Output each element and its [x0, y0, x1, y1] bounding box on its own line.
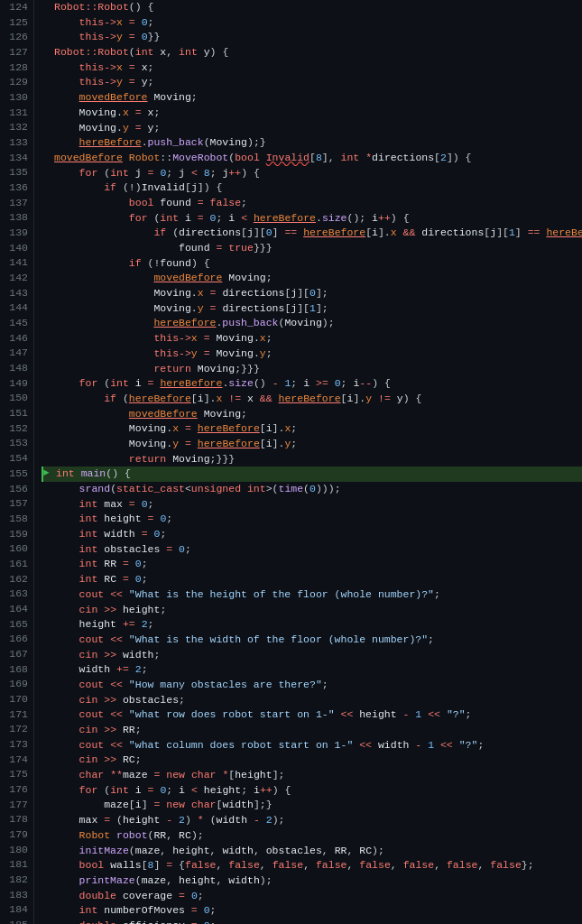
code-line: double efficiency = 0; [42, 919, 582, 924]
breakpoint-arrow [42, 873, 54, 888]
code-text: initMaze(maze, height, width, obstacles,… [54, 844, 582, 859]
code-text: this->y = y; [54, 75, 582, 90]
line-number: 163 [0, 587, 28, 602]
line-number: 156 [0, 482, 28, 497]
breakpoint-arrow [42, 603, 54, 617]
code-line: movedBefore Moving; [42, 407, 582, 422]
breakpoint-arrow [42, 30, 54, 44]
code-line: Robot::Robot(int x, int y) { [42, 45, 582, 60]
breakpoint-arrow [42, 121, 54, 135]
breakpoint-arrow [42, 798, 54, 812]
code-text: double efficiency = 0; [54, 919, 582, 924]
code-line: int height = 0; [42, 512, 582, 527]
code-line: Moving.x = directions[j][0]; [42, 286, 582, 301]
breakpoint-arrow [42, 858, 54, 873]
code-line: int RC = 0; [42, 572, 582, 587]
line-number: 145 [0, 316, 28, 331]
code-text: srand(static_cast<unsigned int>(time(0))… [54, 482, 582, 497]
breakpoint-arrow [42, 421, 54, 436]
breakpoint-arrow [42, 316, 54, 330]
code-line: for (int i = 0; i < height; i++) { [42, 783, 582, 799]
code-line: this->x = Moving.x; [42, 331, 582, 346]
code-line: this->y = y; [42, 75, 582, 90]
line-number: 165 [0, 617, 28, 633]
breakpoint-arrow [42, 633, 54, 647]
breakpoint-arrow [42, 903, 54, 918]
code-text: this->x = 0; [54, 15, 582, 31]
line-number: 134 [0, 151, 28, 166]
code-line: return Moving;}}} [42, 362, 582, 377]
line-number: 166 [0, 632, 28, 647]
line-number: 130 [0, 90, 28, 106]
line-number: 172 [0, 722, 28, 737]
breakpoint-arrow [42, 557, 54, 571]
line-number: 182 [0, 873, 28, 888]
breakpoint-arrow [42, 738, 54, 753]
line-number: 164 [0, 602, 28, 617]
code-text: for (int i = 0; i < height; i++) { [54, 783, 582, 799]
line-number: 171 [0, 707, 28, 723]
breakpoint-arrow [42, 542, 54, 557]
breakpoint-arrow [42, 226, 54, 240]
line-number: 169 [0, 677, 28, 692]
breakpoint-arrow [42, 587, 54, 602]
code-line: Moving.y = directions[j][1]; [42, 301, 582, 317]
breakpoint-arrow [42, 346, 54, 361]
line-number: 173 [0, 737, 28, 753]
code-line: srand(static_cast<unsigned int>(time(0))… [42, 482, 582, 497]
code-text: cin >> obstacles; [54, 693, 582, 708]
code-text: cout << "What is the height of the floor… [54, 587, 582, 603]
breakpoint-arrow [42, 241, 54, 255]
code-line: Moving.x = x; [42, 106, 582, 121]
code-line: int numberOfMoves = 0; [42, 903, 582, 919]
line-number: 143 [0, 286, 28, 301]
code-text: if (directions[j][0] == hereBefore[i].x … [54, 226, 582, 241]
code-text: Robot::Robot(int x, int y) { [54, 45, 582, 60]
code-text: movedBefore Moving; [54, 271, 582, 286]
code-content[interactable]: Robot::Robot() { this->x = 0; this->y = … [34, 0, 582, 924]
line-number: 175 [0, 767, 28, 782]
code-text: height += 2; [54, 617, 582, 633]
breakpoint-arrow [42, 662, 54, 677]
breakpoint-arrow [42, 768, 54, 782]
breakpoint-arrow [42, 331, 54, 346]
line-number: 149 [0, 376, 28, 392]
code-line: if (directions[j][0] == hereBefore[i].x … [42, 226, 582, 241]
line-number: 152 [0, 421, 28, 437]
code-text: this->y = 0}} [54, 30, 582, 45]
line-number: 181 [0, 857, 28, 873]
line-number: 137 [0, 196, 28, 211]
code-text: movedBefore Moving; [54, 90, 582, 106]
line-number: 185 [0, 918, 28, 924]
breakpoint-arrow [42, 166, 54, 180]
code-line: ►int main() { [42, 467, 582, 482]
line-number: 150 [0, 391, 28, 406]
code-line: height += 2; [42, 617, 582, 633]
line-number: 138 [0, 210, 28, 226]
breakpoint-arrow [42, 376, 54, 391]
code-line: printMaze(maze, height, width); [42, 873, 582, 889]
code-text: bool found = false; [54, 196, 582, 211]
breakpoint-arrow [42, 452, 54, 467]
code-text: double coverage = 0; [54, 889, 582, 904]
code-text: char **maze = new char *[height]; [54, 768, 582, 783]
code-text: Moving.y = hereBefore[i].y; [54, 437, 582, 452]
line-number: 140 [0, 241, 28, 256]
breakpoint-arrow [42, 813, 54, 827]
code-text: cin >> RR; [54, 723, 582, 738]
code-text: cout << "What is the width of the floor … [54, 633, 582, 648]
code-text: Robot robot(RR, RC); [54, 828, 582, 844]
line-number: 178 [0, 812, 28, 827]
line-number: 184 [0, 902, 28, 918]
line-number: 135 [0, 165, 28, 180]
line-number: 132 [0, 120, 28, 135]
breakpoint-arrow [42, 271, 54, 285]
code-line: cout << "What is the height of the floor… [42, 587, 582, 603]
line-number: 161 [0, 557, 28, 572]
code-line: cout << "what row does robot start on 1-… [42, 707, 582, 723]
breakpoint-arrow [42, 45, 54, 60]
line-number: 162 [0, 572, 28, 587]
line-number: 174 [0, 753, 28, 768]
line-number: 167 [0, 647, 28, 662]
code-line: movedBefore Robot::MoveRobot(bool Invali… [42, 151, 582, 166]
